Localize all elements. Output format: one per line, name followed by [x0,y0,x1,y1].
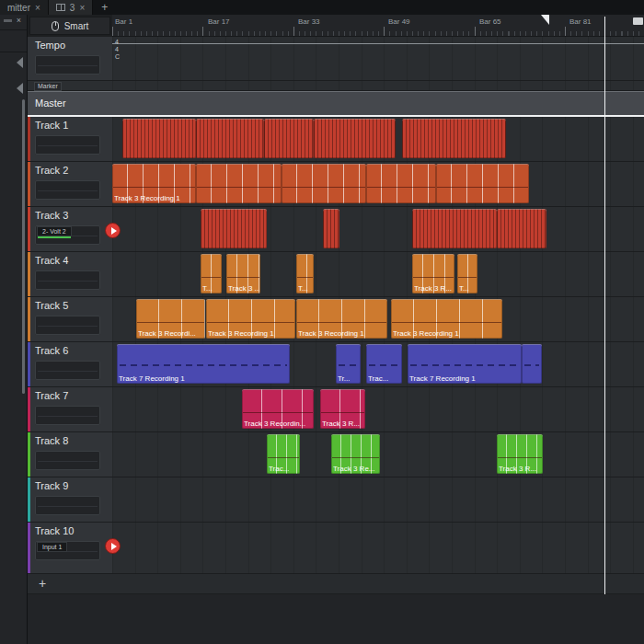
track-header-track-6[interactable]: Track 6 [28,342,112,386]
audio-clip[interactable]: Track 3 R... [320,389,365,429]
track-header-track-2[interactable]: Track 2 [28,162,112,206]
tab-edit-2[interactable]: 3 × [49,0,93,15]
track-controls-box[interactable] [35,496,100,515]
track-lane-track-4[interactable]: T...Track 3 ...T...Track 3 R...T... [112,252,644,296]
audio-clip[interactable] [196,164,282,203]
timeline-end-marker[interactable] [633,17,643,25]
track-controls-box[interactable] [35,180,100,200]
audio-clip[interactable]: Tr... [336,344,361,384]
track-name[interactable]: Track 9 [35,480,68,491]
audio-clip[interactable] [436,164,529,203]
track-controls-box[interactable] [35,451,100,470]
track-controls-box[interactable] [35,270,100,290]
track-lane-track-1[interactable] [112,117,644,161]
smart-tool-button[interactable]: Smart [29,17,110,35]
audio-clip[interactable]: Track 3 Recordin... [242,389,314,429]
track-lane-track-8[interactable]: Trac...Track 3 Re...Track 3 R... [112,432,644,477]
audio-clip[interactable] [366,164,436,203]
audio-clip[interactable]: Track 3 Recording 1 [206,299,295,339]
track-header-track-8[interactable]: Track 8 [28,432,112,477]
track-name[interactable]: Track 4 [35,255,68,266]
track-controls-box[interactable] [35,361,100,380]
panel-close-icon[interactable]: × [17,16,21,25]
add-track-row: + [28,574,644,594]
new-tab-button[interactable]: + [93,0,116,15]
tracks-container: Track 1Track 2Track 3 Recording 1Track 3… [28,117,644,574]
audio-clip[interactable] [201,209,267,248]
track-name[interactable]: Track 1 [35,120,68,131]
track-header-track-5[interactable]: Track 5 [28,297,112,341]
track-lane-track-2[interactable]: Track 3 Recording 1 [112,162,644,206]
audio-clip[interactable] [196,119,264,158]
tempo-lane[interactable]: 4 4 C [112,37,644,80]
input-device-badge[interactable]: Input 1 [37,542,67,552]
track-controls-box[interactable] [35,406,100,425]
record-arm-button[interactable] [105,538,121,554]
vertical-scrollbar[interactable] [22,99,25,394]
tab-edit-1[interactable]: mitter × [0,0,49,15]
audio-clip[interactable] [412,209,497,248]
track-header-track-9[interactable]: Track 9 [28,477,112,522]
audio-clip[interactable]: Track 3 Recording 1 [112,164,196,203]
track-name[interactable]: Track 7 [35,390,68,401]
audio-clip[interactable]: Trac... [267,434,300,474]
audio-clip[interactable] [402,119,506,158]
audio-clip[interactable]: Track 3 ... [226,254,260,293]
marker-lane[interactable] [112,81,644,90]
marker-track-header[interactable]: Marker [28,81,112,90]
track-name[interactable]: Track 6 [35,345,68,356]
track-controls-box[interactable] [35,316,100,335]
track-lane-track-10[interactable] [112,523,644,573]
collapse-chevron-icon[interactable] [17,83,23,94]
audio-clip[interactable] [282,164,366,203]
close-icon[interactable]: × [35,3,40,13]
tempo-track-header[interactable]: Tempo [28,37,112,80]
audio-clip[interactable] [314,119,396,158]
audio-clip[interactable]: Track 3 Recording 1 [391,299,502,339]
audio-clip[interactable]: Track 3 Re... [331,434,380,474]
track-lane-track-7[interactable]: Track 3 Recordin...Track 3 R... [112,387,644,431]
track-name[interactable]: Track 2 [35,165,68,176]
master-track-row[interactable]: Master [28,91,644,117]
collapse-chevron-icon[interactable] [17,57,23,68]
track-header-track-4[interactable]: Track 4 [28,252,112,296]
track-header-track-10[interactable]: Track 10Input 1 [28,523,112,573]
tempo-curve[interactable] [112,43,644,44]
time-signature[interactable]: 4 4 C [115,39,120,61]
track-header-track-7[interactable]: Track 7 [28,387,112,431]
audio-clip[interactable]: T... [457,254,477,293]
close-icon[interactable]: × [79,3,85,13]
audio-clip[interactable] [522,344,542,384]
audio-clip[interactable] [264,119,314,158]
audio-clip[interactable] [497,209,546,248]
track-controls-box[interactable] [35,135,100,155]
audio-clip[interactable]: Track 3 R... [497,434,543,474]
track-lane-track-6[interactable]: Track 7 Recording 1Tr...Trac...Track 7 R… [112,342,644,386]
audio-clip[interactable] [323,209,339,248]
audio-clip[interactable]: Track 7 Recording 1 [408,344,522,384]
audio-clip[interactable]: T... [296,254,314,293]
track-header-track-1[interactable]: Track 1 [28,117,112,161]
playhead-line[interactable] [604,17,605,594]
input-device-badge[interactable]: 2- Volt 2 [37,226,72,236]
track-name[interactable]: Track 8 [35,435,68,446]
tempo-controls-box[interactable] [35,55,100,75]
playhead-marker[interactable] [541,15,549,25]
track-header-track-3[interactable]: Track 32- Volt 2 [28,207,112,251]
audio-clip[interactable]: Track 3 Recordi... [136,299,205,339]
record-arm-button[interactable] [105,223,121,238]
track-lane-track-3[interactable] [112,207,644,251]
track-name[interactable]: Track 3 [35,210,68,221]
track-name[interactable]: Track 10 [35,525,74,536]
audio-clip[interactable]: Track 3 Recording 1 [296,299,387,339]
audio-clip[interactable] [122,119,196,158]
timeline-ruler[interactable]: Bar 1Bar 17Bar 33Bar 49Bar 65Bar 81 [112,15,644,37]
track-lane-track-5[interactable]: Track 3 Recordi...Track 3 Recording 1Tra… [112,297,644,341]
add-track-button[interactable]: + [39,576,46,591]
audio-clip[interactable]: T... [201,254,222,293]
audio-clip[interactable]: Trac... [366,344,402,384]
track-lane-track-9[interactable] [112,477,644,522]
audio-clip[interactable]: Track 3 R... [412,254,454,293]
audio-clip[interactable]: Track 7 Recording 1 [117,344,290,384]
track-name[interactable]: Track 5 [35,300,68,311]
